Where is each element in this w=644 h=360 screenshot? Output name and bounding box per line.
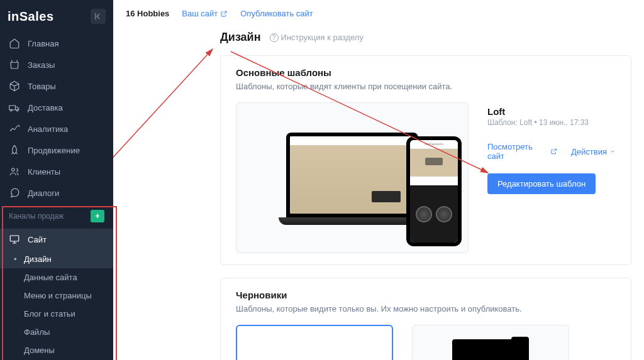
card-desc: Шаблоны, которые видите только вы. Их мо… [236, 304, 616, 314]
nav-label: Товары [28, 82, 56, 91]
add-channel-button[interactable]: + [91, 210, 104, 222]
mini-phone [511, 337, 529, 360]
draft-row [236, 325, 616, 360]
content: Дизайн ? Инструкция к разделу Основные ш… [113, 27, 644, 360]
edit-template-button[interactable]: Редактировать шаблон [487, 173, 596, 194]
main: 16 Hobbies Ваш сайт Опубликовать сайт Ди… [113, 0, 644, 360]
actions-dropdown[interactable]: Действия [571, 142, 616, 161]
nav-clients[interactable]: Клиенты [0, 161, 113, 182]
logo: inSales [8, 9, 54, 24]
nav-label: Доставка [28, 103, 63, 112]
gallery-item [416, 206, 432, 222]
template-subtitle: Шаблон: Loft • 13 июн., 17:33 [487, 118, 616, 127]
topbar: 16 Hobbies Ваш сайт Опубликовать сайт [113, 0, 644, 27]
phone-section [410, 177, 458, 185]
page-header: Дизайн ? Инструкция к разделу [113, 31, 644, 55]
channels-section: Каналы продаж + [0, 204, 113, 229]
box-icon [9, 80, 20, 92]
publish-site-link[interactable]: Опубликовать сайт [240, 9, 313, 18]
nav-site[interactable]: Сайт [0, 229, 113, 250]
store-name: 16 Hobbies [126, 9, 169, 18]
subnav-domains[interactable]: Домены [0, 341, 113, 359]
mini-laptop [452, 339, 515, 360]
phone-hero [410, 149, 458, 177]
template-meta: Loft Шаблон: Loft • 13 июн., 17:33 Посмо… [487, 102, 616, 253]
mini-devices [452, 337, 529, 360]
nav-label: Диалоги [28, 188, 59, 198]
nav-promotion[interactable]: Продвижение [0, 139, 113, 161]
nav-label: Заказы [28, 60, 55, 70]
template-preview[interactable]: МОЙ МАГАЗИН [236, 102, 469, 253]
bag-icon [9, 59, 20, 70]
phone-mockup: МОЙ МАГАЗИН [406, 136, 462, 246]
help-link[interactable]: ? Инструкция к разделу [270, 33, 364, 42]
nav-label: Аналитика [28, 124, 68, 134]
help-icon: ? [270, 33, 279, 42]
drafts-card: Черновики Шаблоны, которые видите только… [220, 278, 631, 360]
gallery-item [436, 206, 452, 222]
subnav-menus[interactable]: Меню и страницы [0, 286, 113, 305]
draft-preview[interactable] [412, 325, 569, 360]
nav-label: Сайт [28, 235, 47, 244]
nav-delivery[interactable]: Доставка [0, 97, 113, 118]
nav-home[interactable]: Главная [0, 33, 113, 54]
chevron-down-icon [609, 148, 616, 155]
collapse-sidebar-button[interactable] [91, 9, 106, 24]
truck-icon [9, 102, 20, 113]
template-row: МОЙ МАГАЗИН Loft [236, 102, 616, 253]
laptop-content [290, 136, 414, 214]
svg-point-1 [12, 168, 15, 172]
page-title: Дизайн [220, 31, 261, 44]
phone-header: МОЙ МАГАЗИН [410, 140, 458, 149]
template-name: Loft [487, 106, 616, 117]
view-site-link[interactable]: Посмотреть сайт [487, 142, 557, 161]
laptop-screen [286, 133, 418, 217]
nav-orders[interactable]: Заказы [0, 54, 113, 75]
link-label: Опубликовать сайт [240, 9, 313, 18]
subnav-blog[interactable]: Блог и статьи [0, 305, 113, 323]
subnav-sitedata[interactable]: Данные сайта [0, 268, 113, 286]
chat-icon [9, 187, 20, 199]
chart-icon [9, 123, 20, 134]
template-links: Посмотреть сайт Действия [487, 142, 616, 161]
sidebar: inSales Главная Заказы Товары Доставка А… [0, 0, 113, 360]
nav-label: Продвижение [28, 146, 80, 155]
card-desc: Шаблоны, которые видят клиенты при посещ… [236, 82, 616, 91]
your-site-link[interactable]: Ваш сайт [182, 9, 228, 18]
channels-label: Каналы продаж [9, 212, 64, 221]
laptop-base [279, 217, 426, 225]
monitor-icon [9, 234, 20, 245]
home-icon [9, 38, 20, 49]
phone-content: МОЙ МАГАЗИН [410, 140, 458, 243]
link-label: Посмотреть сайт [487, 142, 548, 161]
arrow-left-icon [94, 12, 103, 21]
main-templates-card: Основные шаблоны Шаблоны, которые видят … [220, 55, 631, 265]
help-label: Инструкция к разделу [281, 33, 364, 42]
nav-analytics[interactable]: Аналитика [0, 118, 113, 139]
sidebar-header: inSales [0, 0, 113, 33]
subnav-files[interactable]: Файлы [0, 323, 113, 341]
users-icon [9, 166, 20, 177]
subnav-design[interactable]: Дизайн [0, 250, 113, 268]
card-title: Черновики [236, 290, 616, 300]
external-link-icon [550, 148, 557, 155]
laptop-mockup [279, 133, 426, 230]
external-link-icon [220, 10, 228, 18]
svg-rect-2 [10, 236, 19, 241]
nav-dialogs[interactable]: Диалоги [0, 182, 113, 204]
nav-label: Главная [28, 39, 58, 48]
phone-gallery [410, 185, 458, 243]
laptop-hero [290, 145, 414, 214]
card-title: Основные шаблоны [236, 67, 616, 78]
nav-label: Клиенты [28, 167, 60, 177]
nav-products[interactable]: Товары [0, 75, 113, 97]
site-subnav: Дизайн Данные сайта Меню и страницы Блог… [0, 250, 113, 360]
rocket-icon [9, 145, 20, 156]
link-label: Действия [571, 147, 607, 156]
draft-preview-selected[interactable] [236, 325, 393, 360]
link-label: Ваш сайт [182, 9, 218, 18]
laptop-header [290, 136, 414, 145]
